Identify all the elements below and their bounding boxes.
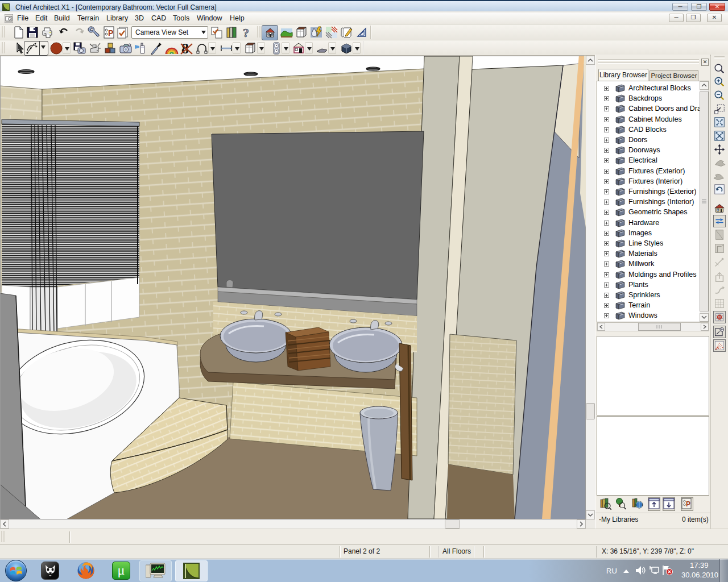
svg-text:P: P <box>686 500 690 508</box>
svg-text:?: ? <box>243 26 249 39</box>
svg-text:P: P <box>108 28 113 38</box>
